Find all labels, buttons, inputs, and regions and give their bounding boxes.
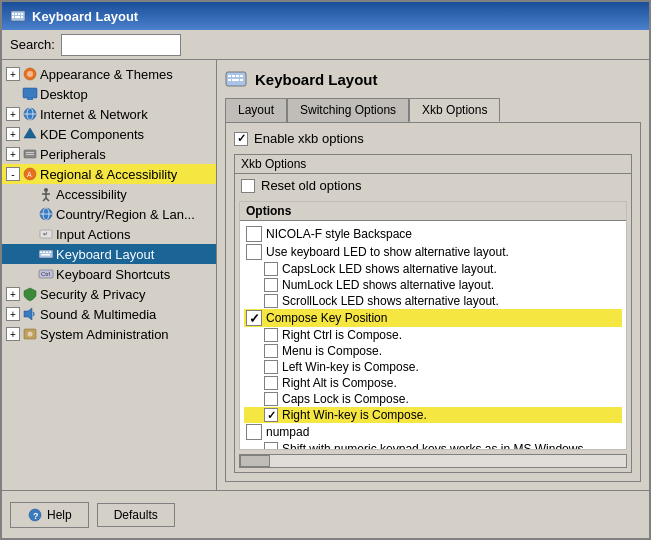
- option-left-win: Left Win-key is Compose.: [244, 359, 622, 375]
- option-caps-led: CapsLock LED shows alternative layout.: [244, 261, 622, 277]
- expand-toggle[interactable]: +: [6, 147, 20, 161]
- scrollbar-thumb[interactable]: [240, 455, 270, 467]
- option-label: Use keyboard LED to show alternative lay…: [266, 245, 509, 259]
- sidebar-item-desktop[interactable]: Desktop: [2, 84, 216, 104]
- svg-marker-15: [24, 128, 36, 138]
- sidebar-item-sound[interactable]: + Sound & Multimedia: [2, 304, 216, 324]
- right-win-checkbox[interactable]: [264, 408, 278, 422]
- security-icon: [22, 286, 38, 302]
- input-icon: ↵: [38, 226, 54, 242]
- peripherals-icon: [22, 146, 38, 162]
- sidebar-item-keyboard-layout[interactable]: Keyboard Layout: [2, 244, 216, 264]
- page-icon: [225, 68, 247, 90]
- shift-ms-checkbox[interactable]: [264, 442, 278, 449]
- horizontal-scrollbar[interactable]: [239, 454, 627, 468]
- appearance-icon: [22, 66, 38, 82]
- sidebar-item-peripherals[interactable]: + Peripherals: [2, 144, 216, 164]
- sidebar-item-regional[interactable]: - A Regional & Accessibility: [2, 164, 216, 184]
- sidebar-item-label: Appearance & Themes: [40, 67, 173, 82]
- page-title: Keyboard Layout: [255, 71, 378, 88]
- expand-toggle[interactable]: -: [6, 167, 20, 181]
- reset-row: Reset old options: [241, 178, 625, 193]
- options-header: Options: [240, 202, 626, 221]
- svg-point-41: [28, 332, 33, 337]
- enable-xkb-checkbox[interactable]: [234, 132, 248, 146]
- option-menu-compose: Menu is Compose.: [244, 343, 622, 359]
- tab-xkb[interactable]: Xkb Options: [409, 98, 500, 122]
- toolbar: Search:: [2, 30, 649, 60]
- option-label: Caps Lock is Compose.: [282, 392, 409, 406]
- option-label: Shift with numeric keypad keys works as …: [282, 442, 587, 449]
- option-label: Right Alt is Compose.: [282, 376, 397, 390]
- option-label: Menu is Compose.: [282, 344, 382, 358]
- option-led: Use keyboard LED to show alternative lay…: [244, 243, 622, 261]
- search-label: Search:: [10, 37, 55, 52]
- sidebar-item-label: Peripherals: [40, 147, 106, 162]
- option-label: Right Win-key is Compose.: [282, 408, 427, 422]
- led-checkbox[interactable]: [246, 244, 262, 260]
- sidebar-item-appearance[interactable]: + Appearance & Themes: [2, 64, 216, 84]
- tab-layout[interactable]: Layout: [225, 98, 287, 122]
- right-ctrl-checkbox[interactable]: [264, 328, 278, 342]
- sidebar-item-sysadmin[interactable]: + System Administration: [2, 324, 216, 344]
- expand-toggle[interactable]: +: [6, 327, 20, 341]
- defaults-label: Defaults: [114, 508, 158, 522]
- option-caps-compose: Caps Lock is Compose.: [244, 391, 622, 407]
- nicola-checkbox[interactable]: [246, 226, 262, 242]
- numpad-checkbox[interactable]: [246, 424, 262, 440]
- sidebar-item-security[interactable]: + Security & Privacy: [2, 284, 216, 304]
- svg-point-9: [27, 71, 33, 77]
- sidebar-item-keyboard-shortcuts[interactable]: Ctrl Keyboard Shortcuts: [2, 264, 216, 284]
- sidebar-item-input-actions[interactable]: ↵ Input Actions: [2, 224, 216, 244]
- svg-rect-44: [232, 75, 235, 77]
- search-input[interactable]: [61, 34, 181, 56]
- option-right-ctrl: Right Ctrl is Compose.: [244, 327, 622, 343]
- expand-toggle[interactable]: +: [6, 107, 20, 121]
- compose-pos-checkbox[interactable]: [246, 310, 262, 326]
- tab-switching[interactable]: Switching Options: [287, 98, 409, 122]
- num-led-checkbox[interactable]: [264, 278, 278, 292]
- svg-rect-47: [228, 79, 231, 81]
- accessibility-icon: [38, 186, 54, 202]
- shortcuts-icon: Ctrl: [38, 266, 54, 282]
- svg-rect-48: [232, 79, 239, 81]
- expand-toggle[interactable]: +: [6, 67, 20, 81]
- scroll-led-checkbox[interactable]: [264, 294, 278, 308]
- caps-led-checkbox[interactable]: [264, 262, 278, 276]
- option-shift-ms: Shift with numeric keypad keys works as …: [244, 441, 622, 449]
- option-label: NICOLA-F style Backspace: [266, 227, 412, 241]
- sidebar-item-label: Keyboard Shortcuts: [56, 267, 170, 282]
- option-compose-pos: Compose Key Position: [244, 309, 622, 327]
- left-win-checkbox[interactable]: [264, 360, 278, 374]
- expand-toggle[interactable]: +: [6, 307, 20, 321]
- option-num-led: NumLock LED shows alternative layout.: [244, 277, 622, 293]
- sidebar-item-kde[interactable]: + KDE Components: [2, 124, 216, 144]
- sound-icon: [22, 306, 38, 322]
- tab-label: Switching Options: [300, 103, 396, 117]
- caps-compose-checkbox[interactable]: [264, 392, 278, 406]
- right-alt-checkbox[interactable]: [264, 376, 278, 390]
- help-icon: ?: [27, 507, 43, 523]
- xkb-options-group: Xkb Options Reset old options Options: [234, 154, 632, 473]
- option-right-alt: Right Alt is Compose.: [244, 375, 622, 391]
- sidebar-item-label: Sound & Multimedia: [40, 307, 156, 322]
- reset-checkbox[interactable]: [241, 179, 255, 193]
- svg-text:A: A: [27, 171, 32, 178]
- sidebar-item-label: Accessibility: [56, 187, 127, 202]
- sidebar-item-accessibility[interactable]: Accessibility: [2, 184, 216, 204]
- sidebar: + Appearance & Themes Desktop + Internet…: [2, 60, 217, 490]
- kde-icon: [22, 126, 38, 142]
- svg-rect-17: [26, 152, 34, 153]
- help-button[interactable]: ? Help: [10, 502, 89, 528]
- regional-icon: A: [22, 166, 38, 182]
- sidebar-item-country[interactable]: Country/Region & Lan...: [2, 204, 216, 224]
- desktop-icon: [22, 86, 38, 102]
- expand-toggle[interactable]: +: [6, 287, 20, 301]
- svg-rect-7: [21, 16, 23, 18]
- sidebar-item-internet[interactable]: + Internet & Network: [2, 104, 216, 124]
- menu-compose-checkbox[interactable]: [264, 344, 278, 358]
- group-title: Xkb Options: [235, 155, 631, 174]
- tabs-bar: Layout Switching Options Xkb Options: [225, 98, 641, 122]
- expand-toggle[interactable]: +: [6, 127, 20, 141]
- defaults-button[interactable]: Defaults: [97, 503, 175, 527]
